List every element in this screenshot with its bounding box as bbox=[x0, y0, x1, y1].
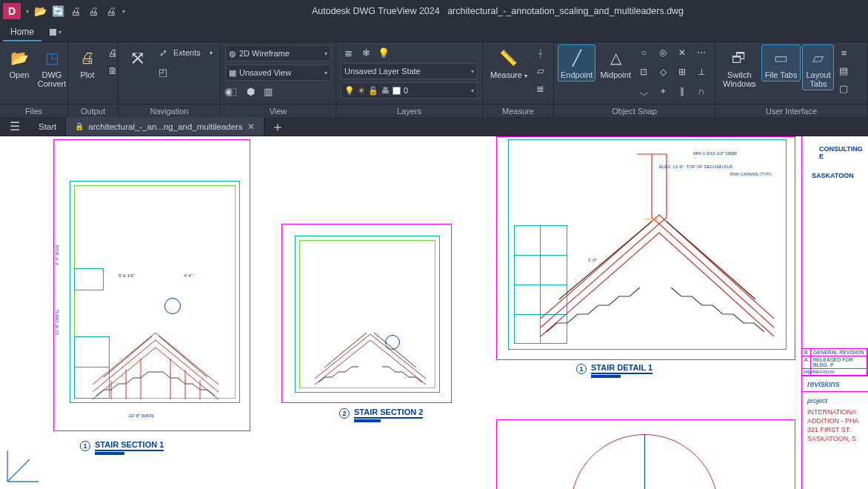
view-manager-icon[interactable]: ⬢ bbox=[243, 84, 258, 99]
lock-icon: 🔒 bbox=[75, 122, 84, 130]
snap-intersection-icon[interactable]: ✕ bbox=[675, 45, 690, 60]
tab-document-label: architectural_-_an...ng_and_multileaders bbox=[88, 122, 242, 131]
dwg-convert-button[interactable]: ◳ DWG Convert bbox=[37, 45, 67, 90]
snap-nearest-icon[interactable]: ⌖ bbox=[655, 84, 670, 99]
snap-tangent-icon[interactable]: ◡ bbox=[636, 84, 651, 99]
snap-extension-icon[interactable]: ⋯ bbox=[694, 45, 709, 60]
panel-title-measure: Measure bbox=[483, 104, 553, 117]
view-cube-icon[interactable]: ⬚ bbox=[225, 84, 240, 99]
measure-icon: 📏 bbox=[498, 47, 520, 69]
app-icon: D bbox=[3, 3, 21, 19]
detail-callout-1 bbox=[164, 298, 181, 314]
snap-none-icon[interactable]: ∩ bbox=[694, 84, 709, 99]
plot-button[interactable]: 🖨 Plot bbox=[73, 45, 102, 81]
navbar-icon: ⤧ bbox=[127, 47, 149, 69]
clean-screen-icon[interactable]: ▢ bbox=[836, 81, 851, 96]
area-measure-icon[interactable]: ▱ bbox=[533, 63, 548, 78]
lock-open-icon: 🔓 bbox=[368, 86, 378, 96]
current-layer-dropdown[interactable]: 💡 ☀ 🔓 🖶 0▾ bbox=[341, 82, 478, 99]
tab-document[interactable]: 🔒 architectural_-_an...ng_and_multileade… bbox=[66, 117, 264, 136]
batch-plot-icon[interactable]: 🖨 bbox=[105, 45, 120, 60]
layout-tabs-icon: ▱ bbox=[807, 47, 829, 69]
print-icon[interactable]: 🖨 bbox=[67, 2, 84, 20]
panel-title-navigation: Navigation bbox=[118, 104, 220, 117]
revisions-table: BGENERAL REVISION ARELEASED FOR BLDG. P … bbox=[801, 348, 868, 376]
folder-open-icon: 📂 bbox=[8, 47, 30, 69]
osnap-grid: ○ ◎ ✕ ⋯ ⊡ ◇ ⊞ ⊥ ◡ ⌖ ∥ ∩ bbox=[636, 45, 710, 100]
zoom-window-icon[interactable]: ◰ bbox=[156, 64, 170, 79]
new-tab-icon[interactable]: ＋ bbox=[264, 117, 291, 136]
stair-graphic-1 bbox=[89, 292, 222, 403]
midpoint-icon: △ bbox=[604, 47, 627, 69]
view-title-1: 1 STAIR SECTION 1 bbox=[80, 440, 164, 451]
view-title-3: 1 STAIR DETAIL 1 bbox=[576, 363, 652, 374]
hamburger-icon[interactable]: ☰ bbox=[0, 117, 30, 136]
file-tabs-button[interactable]: ▭ File Tabs bbox=[762, 45, 801, 81]
window-title: Autodesk DWG TrueView 2024 architectural… bbox=[127, 6, 868, 16]
panel-title-files: Files bbox=[0, 104, 67, 117]
tab-start[interactable]: Start bbox=[30, 117, 66, 136]
navbar-button[interactable]: ⤧ bbox=[123, 45, 153, 70]
document-tab-strip: ☰ Start 🔒 architectural_-_an...ng_and_mu… bbox=[0, 117, 868, 136]
view-title-2: 2 STAIR SECTION 2 bbox=[339, 408, 423, 419]
snap-insert-icon[interactable]: ⊞ bbox=[675, 64, 690, 79]
ucs-icon bbox=[4, 443, 46, 485]
open-button[interactable]: 📂 Open bbox=[4, 45, 34, 81]
layer-color-swatch bbox=[393, 87, 401, 95]
sun-icon: ☀ bbox=[358, 86, 365, 96]
project-text: INTERNATIONA ADDITION - PHA 321 FIRST ST… bbox=[807, 408, 859, 443]
qat-more-icon[interactable]: ▾ bbox=[120, 8, 127, 15]
snap-perp-icon[interactable]: ⊥ bbox=[694, 64, 709, 79]
layer-freeze-icon[interactable]: ❄ bbox=[358, 45, 373, 60]
list-icon[interactable]: ≣ bbox=[533, 81, 548, 96]
layer-state-dropdown[interactable]: Unsaved Layer State▾ bbox=[341, 63, 478, 79]
stair-graphic-2 bbox=[311, 299, 430, 388]
printer-icon: 🖨 bbox=[76, 47, 99, 69]
statusbar-icon[interactable]: ▤ bbox=[836, 63, 851, 78]
saved-view-icon: ▦ bbox=[229, 68, 236, 78]
panel-flyout-icon[interactable]: ▾ bbox=[44, 22, 67, 41]
layer-off-icon[interactable]: 💡 bbox=[376, 45, 391, 60]
page-setup-icon[interactable]: 🗎 bbox=[105, 63, 120, 78]
measure-button[interactable]: 📏 Measure ▾ bbox=[487, 45, 530, 82]
switch-windows-icon: 🗗 bbox=[728, 47, 750, 69]
named-views-icon[interactable]: ▥ bbox=[261, 84, 276, 99]
batch-plot-icon[interactable]: 🖨 bbox=[102, 2, 120, 20]
qat-dropdown-icon[interactable]: ▾ bbox=[24, 8, 31, 15]
panel-title-view: View bbox=[221, 104, 335, 117]
ribbon: 📂 Open ◳ DWG Convert Files 🖨 Plot 🖨 🗎 Ou… bbox=[0, 41, 868, 117]
snap-center-icon[interactable]: ○ bbox=[636, 45, 651, 60]
switch-windows-button[interactable]: 🗗 Switch Windows bbox=[720, 45, 759, 90]
title-bar: D ▾ 📂 🔄 🖨 🖨 🖨 ▾ Autodesk DWG TrueView 20… bbox=[0, 0, 868, 22]
extents-label[interactable]: Extents bbox=[173, 48, 201, 57]
midpoint-button[interactable]: △ Midpoint bbox=[598, 45, 633, 81]
open-icon[interactable]: 📂 bbox=[31, 2, 49, 20]
panel-title-ui: User Interface bbox=[715, 104, 867, 117]
plot-icon: 🖶 bbox=[381, 86, 390, 95]
snap-quadrant-icon[interactable]: ◇ bbox=[655, 64, 670, 79]
endpoint-button[interactable]: ╱ Endpoint bbox=[558, 45, 595, 81]
light-on-icon: 💡 bbox=[344, 86, 355, 96]
visual-style-dropdown[interactable]: ◍ 2D Wireframe▾ bbox=[225, 45, 331, 61]
dwg-convert-icon: ◳ bbox=[41, 47, 63, 69]
saved-view-dropdown[interactable]: ▦ Unsaved View▾ bbox=[225, 64, 331, 81]
snap-parallel-icon[interactable]: ∥ bbox=[675, 84, 690, 99]
extents-dropdown-icon[interactable]: ▾ bbox=[204, 45, 218, 60]
quick-measure-icon[interactable]: ⟊ bbox=[533, 45, 548, 60]
layer-states-icon[interactable]: ≣ bbox=[341, 45, 355, 60]
drawing-canvas[interactable]: 5'-6 1/2" 4'-4" 22'-8" [6900] 11'-8" [35… bbox=[0, 136, 868, 489]
snap-geocenter-icon[interactable]: ◎ bbox=[655, 45, 670, 60]
print-preview-icon[interactable]: 🖨 bbox=[84, 2, 102, 20]
refresh-dwg-icon[interactable]: 🔄 bbox=[49, 2, 67, 20]
file-tabs-icon: ▭ bbox=[770, 47, 792, 69]
tab-home[interactable]: Home bbox=[0, 22, 44, 41]
visual-style-icon: ◍ bbox=[229, 49, 236, 59]
layout-tabs-button[interactable]: ▱ Layout Tabs bbox=[803, 45, 833, 90]
panel-title-layers: Layers bbox=[336, 104, 482, 117]
toolbar-icon[interactable]: ≡ bbox=[836, 45, 851, 60]
endpoint-icon: ╱ bbox=[566, 47, 588, 69]
close-tab-icon[interactable]: ✕ bbox=[247, 122, 255, 132]
menu-bar: Home ▾ bbox=[0, 22, 868, 41]
snap-node-icon[interactable]: ⊡ bbox=[636, 64, 651, 79]
extents-icon[interactable]: ⤢ bbox=[156, 45, 170, 60]
